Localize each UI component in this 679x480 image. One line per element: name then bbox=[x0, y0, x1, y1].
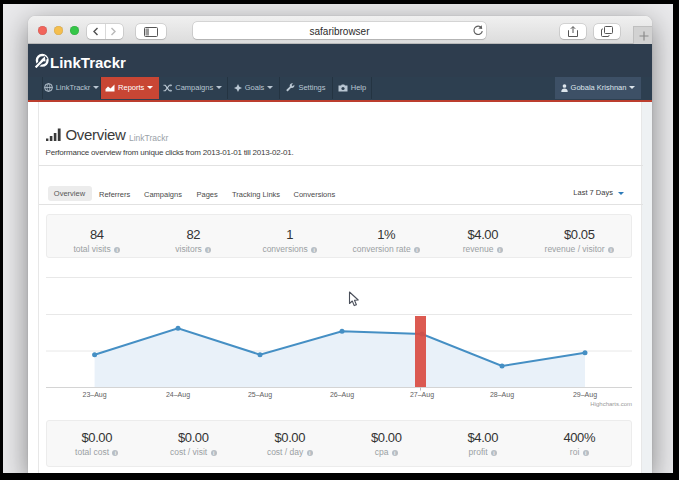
svg-text:27–Aug: 27–Aug bbox=[410, 391, 434, 399]
svg-text:25–Aug: 25–Aug bbox=[248, 391, 272, 399]
svg-text:23–Aug: 23–Aug bbox=[83, 391, 107, 399]
svg-text:Highcharts.com: Highcharts.com bbox=[590, 401, 632, 407]
svg-text:28–Aug: 28–Aug bbox=[490, 391, 514, 399]
svg-text:24–Aug: 24–Aug bbox=[166, 391, 190, 399]
svg-text:26–Aug: 26–Aug bbox=[330, 391, 354, 399]
svg-text:29–Aug: 29–Aug bbox=[573, 391, 597, 399]
